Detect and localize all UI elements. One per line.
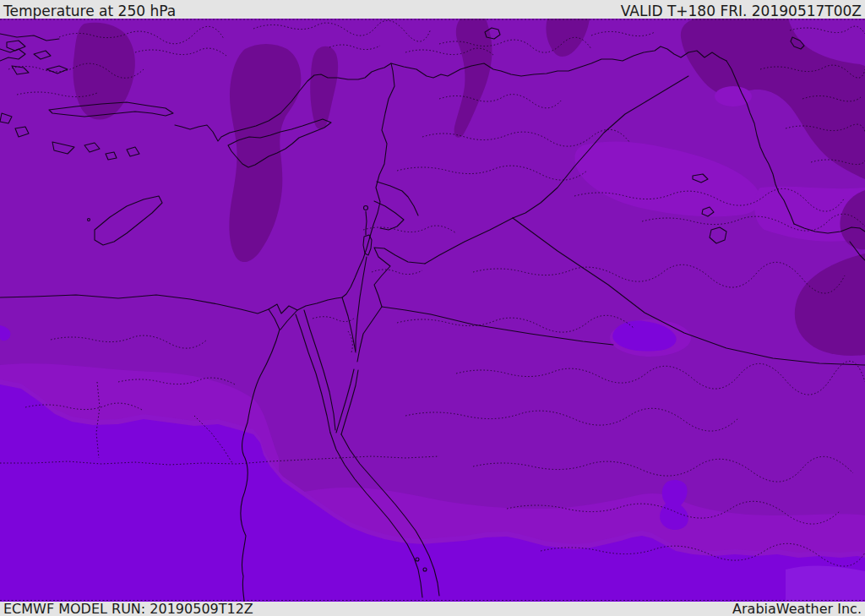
footer-bar: ECMWF MODEL RUN: 20190509T12Z ArabiaWeat… [0, 602, 865, 616]
credit-label: ArabiaWeather Inc. [732, 602, 862, 616]
map-title: Temperature at 250 hPa [3, 0, 176, 19]
map-canvas [0, 19, 865, 602]
weather-map-svg [0, 19, 865, 602]
header-bar: Temperature at 250 hPa VALID T+180 FRI. … [0, 0, 865, 19]
model-run-label: ECMWF MODEL RUN: 20190509T12Z [3, 602, 253, 616]
valid-time-label: VALID T+180 FRI. 20190517T00Z [621, 0, 862, 19]
